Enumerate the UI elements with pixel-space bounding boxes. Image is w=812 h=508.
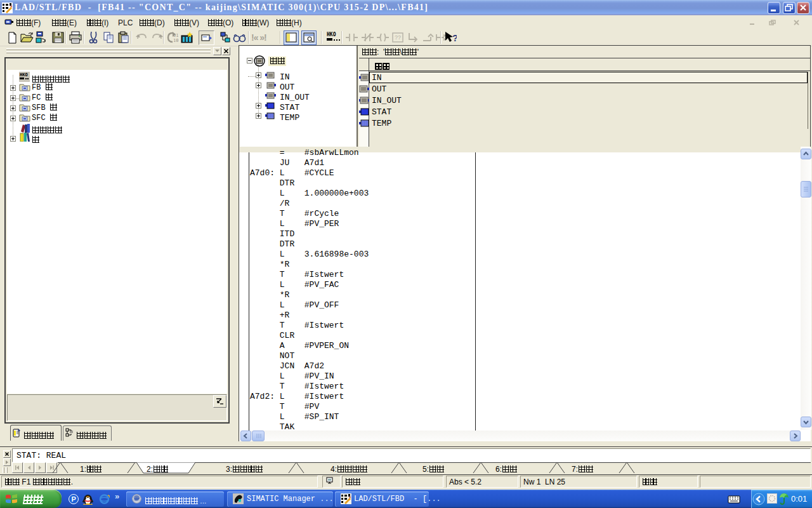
svg-text:10: 10 — [173, 38, 178, 43]
svg-text:P: P — [72, 495, 76, 503]
svg-text:??: ?? — [395, 34, 401, 41]
svg-text:HKO: HKO — [327, 32, 336, 37]
svg-text:?: ? — [452, 32, 457, 43]
svg-text:HKO: HKO — [20, 72, 28, 77]
svg-text:01: 01 — [173, 33, 178, 38]
